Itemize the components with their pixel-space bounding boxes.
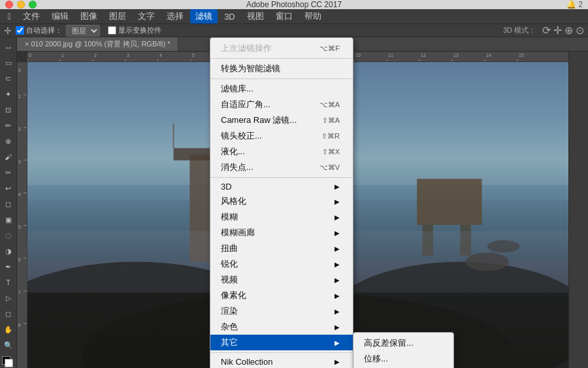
divider-3 <box>210 352 353 353</box>
lasso-tool[interactable]: ⊂ <box>1 71 16 86</box>
menu-item-select[interactable]: 选择 <box>161 9 189 24</box>
move-tool[interactable]: ↔ <box>1 40 16 54</box>
svg-rect-62 <box>417 179 482 226</box>
clone-stamp-tool[interactable]: ✂ <box>1 165 16 180</box>
text-tool[interactable]: T <box>1 275 16 290</box>
eraser-tool[interactable]: ◻ <box>1 197 16 211</box>
filter-adaptive-wide[interactable]: 自适应广角... ⌥⌘A <box>210 97 353 112</box>
other-submenu: 高反差保留... 位移... 自定... 最大值... <box>353 332 454 368</box>
options-bar: ✛ 自动选择： 图层 显示变换控件 3D 模式： ⟳ ✛ ⊕ ⊙ <box>0 24 588 37</box>
healing-tool[interactable]: ⊕ <box>1 134 16 148</box>
eyedropper-tool[interactable]: ✏ <box>1 118 16 133</box>
auto-select-dropdown[interactable]: 图层 <box>66 25 100 37</box>
menu-item-image[interactable]: 图像 <box>75 9 103 24</box>
menu-item-window[interactable]: 窗口 <box>270 9 298 24</box>
menu-item-view[interactable]: 视图 <box>242 9 269 24</box>
filter-vanish-point[interactable]: 消失点... ⌥⌘V <box>210 159 353 175</box>
shape-tool[interactable]: ◻ <box>1 307 16 321</box>
camera-raw-shortcut: ⇧⌘A <box>322 116 340 125</box>
svg-text:4: 4 <box>18 192 21 197</box>
show-transform-checkbox[interactable] <box>108 26 116 35</box>
dodge-tool[interactable]: ◑ <box>1 244 16 258</box>
filter-blur-gallery[interactable]: 模糊画廊 ▶ <box>210 225 353 241</box>
filter-camera-raw[interactable]: Camera Raw 滤镜... ⇧⌘A <box>210 112 353 128</box>
lens-label: 镜头校正... <box>221 130 262 142</box>
filter-video[interactable]: 视频 ▶ <box>210 272 353 288</box>
filter-smart-convert[interactable]: 转换为智能滤镜 <box>210 61 353 76</box>
filter-distort[interactable]: 扭曲 ▶ <box>210 241 353 256</box>
3d-rotate-icon[interactable]: ⟳ <box>542 24 551 37</box>
filter-liquify[interactable]: 液化... ⇧⌘X <box>210 144 353 159</box>
maximize-button[interactable] <box>29 1 37 8</box>
arrow-sharpen: ▶ <box>335 261 340 268</box>
last-filter-label: 上次滤镜操作 <box>221 42 272 54</box>
filter-nik[interactable]: Nik Collection ▶ <box>210 355 353 368</box>
submenu-offset[interactable]: 位移... <box>353 351 453 367</box>
blur-tool[interactable]: ◌ <box>1 228 16 243</box>
menu-item-type[interactable]: 文字 <box>133 9 160 24</box>
submenu-high-pass[interactable]: 高反差保留... <box>353 335 453 351</box>
divider-2 <box>210 177 353 178</box>
arrow-video: ▶ <box>335 276 340 284</box>
arrow-pixelate: ▶ <box>335 292 340 299</box>
svg-text:1: 1 <box>61 53 64 58</box>
filter-stylize[interactable]: 风格化 ▶ <box>210 193 353 209</box>
stylize-label: 风格化 <box>221 195 246 207</box>
filter-lens-correct[interactable]: 镜头校正... ⇧⌘R <box>210 128 353 144</box>
auto-select-checkbox[interactable] <box>16 26 24 35</box>
magic-wand-tool[interactable]: ✦ <box>1 87 16 101</box>
menu-item-filter[interactable]: 滤镜 <box>190 9 218 24</box>
3d-zoom-icon[interactable]: ⊕ <box>564 24 573 37</box>
pen-tool[interactable]: ✒ <box>1 259 16 274</box>
brush-tool[interactable]: 🖌 <box>1 150 16 164</box>
filter-gallery[interactable]: 滤镜库... <box>210 81 353 97</box>
other-label: 其它 <box>221 337 238 348</box>
filter-menu-container: 上次滤镜操作 ⌥⌘F 转换为智能滤镜 滤镜库... 自适应广角... ⌥⌘A <box>210 37 353 368</box>
close-button[interactable] <box>5 1 13 8</box>
arrow-render: ▶ <box>335 308 340 315</box>
filter-sharpen[interactable]: 锐化 ▶ <box>210 256 353 272</box>
menu-item-edit[interactable]: 编辑 <box>46 9 74 24</box>
notification-icon: 🔔 2 <box>566 0 583 9</box>
crop-tool[interactable]: ⊡ <box>1 103 16 117</box>
hand-tool[interactable]: ✋ <box>1 322 16 337</box>
smart-filter-label: 转换为智能滤镜 <box>221 63 280 75</box>
path-select-tool[interactable]: ▷ <box>1 291 16 305</box>
window-controls <box>5 1 37 8</box>
history-brush-tool[interactable]: ↩ <box>1 181 16 195</box>
document-tab[interactable]: × 010 2000.jpg @ 100% (背景 拷贝, RGB/8) * <box>17 37 178 51</box>
filter-render[interactable]: 渲染 ▶ <box>210 303 353 319</box>
svg-text:8: 8 <box>18 323 21 327</box>
svg-text:7: 7 <box>18 290 21 295</box>
right-panel <box>568 52 588 368</box>
svg-text:12: 12 <box>421 53 426 58</box>
filter-other[interactable]: 其它 ▶ 高反差保留... 位移... 自定... <box>210 335 353 350</box>
gradient-tool[interactable]: ▣ <box>1 212 16 227</box>
menu-item-layer[interactable]: 图层 <box>104 9 131 24</box>
show-transform-label: 显示变换控件 <box>118 25 161 35</box>
marquee-tool[interactable]: ▭ <box>1 56 16 70</box>
3d-pan-icon[interactable]: ✛ <box>553 24 562 37</box>
filter-noise[interactable]: 杂色 ▶ <box>210 319 353 335</box>
workspace-area: ↔ ▭ ⊂ ✦ ⊡ ✏ ⊕ 🖌 ✂ ↩ ◻ ▣ ◌ ◑ ✒ T ▷ ◻ ✋ 🔍 <box>0 37 588 368</box>
menu-item-3d[interactable]: 3D <box>219 10 240 23</box>
window-title: Adobe Photoshop CC 2017 <box>246 0 342 9</box>
distort-label: 扭曲 <box>221 243 238 254</box>
filter-3d[interactable]: 3D ▶ <box>210 180 353 193</box>
arrow-3d: ▶ <box>335 183 340 190</box>
last-filter-shortcut: ⌥⌘F <box>319 44 340 53</box>
auto-select-option[interactable]: 自动选择： <box>16 25 62 35</box>
menu-item-help[interactable]: 帮助 <box>299 9 327 24</box>
show-transform-option[interactable]: 显示变换控件 <box>108 25 161 35</box>
minimize-button[interactable] <box>17 1 25 8</box>
offset-label: 位移... <box>364 353 388 365</box>
menu-item-file[interactable]: 文件 <box>18 9 45 24</box>
filter-pixelate[interactable]: 像素化 ▶ <box>210 288 353 303</box>
filter-blur[interactable]: 模糊 ▶ <box>210 209 353 225</box>
arrow-blur: ▶ <box>335 214 340 221</box>
color-chips[interactable] <box>2 356 15 367</box>
camera-raw-label: Camera Raw 滤镜... <box>221 114 297 126</box>
zoom-tool[interactable]: 🔍 <box>1 338 16 352</box>
3d-extra-icon[interactable]: ⊙ <box>576 24 584 37</box>
noise-label: 杂色 <box>221 321 238 333</box>
